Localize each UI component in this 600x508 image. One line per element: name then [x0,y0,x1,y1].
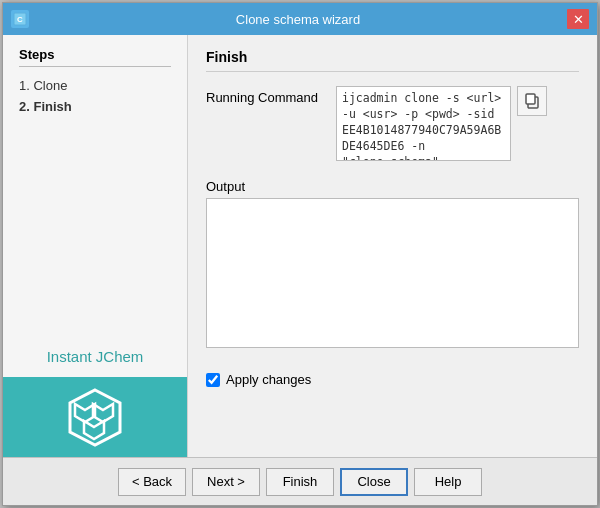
svg-marker-5 [84,421,104,439]
output-row: Output [206,175,579,348]
step-item-clone: 1. Clone [19,75,171,96]
command-box-wrapper [336,86,579,161]
step-item-finish: 2. Finish [19,96,171,117]
content-area: Steps 1. Clone 2. Finish Instant JChem [3,35,597,457]
window-title: Clone schema wizard [29,12,567,27]
sidebar: Steps 1. Clone 2. Finish Instant JChem [3,35,188,457]
output-label: Output [206,175,336,194]
wizard-window: C Clone schema wizard ✕ Steps 1. Clone 2… [2,2,598,506]
section-title: Finish [206,49,579,72]
next-button[interactable]: Next > [192,468,260,496]
close-footer-button[interactable]: Close [340,468,408,496]
svg-text:C: C [17,15,23,24]
running-command-label: Running Command [206,86,336,105]
footer: < Back Next > Finish Close Help [3,457,597,505]
hexagon-logo-icon [63,385,128,450]
apply-changes-label[interactable]: Apply changes [226,372,311,387]
close-button[interactable]: ✕ [567,9,589,29]
steps-panel: Steps 1. Clone 2. Finish [3,35,187,336]
steps-title: Steps [19,47,171,67]
finish-button[interactable]: Finish [266,468,334,496]
copy-button[interactable] [517,86,547,116]
main-panel: Finish Running Command Output [188,35,597,457]
apply-changes-checkbox[interactable] [206,373,220,387]
app-icon: C [11,10,29,28]
apply-changes-row: Apply changes [206,372,579,387]
brand-label: Instant JChem [3,336,187,377]
help-button[interactable]: Help [414,468,482,496]
titlebar: C Clone schema wizard ✕ [3,3,597,35]
running-command-textarea[interactable] [336,86,511,161]
copy-icon [524,93,540,109]
back-button[interactable]: < Back [118,468,186,496]
output-textarea[interactable] [206,198,579,348]
running-command-row: Running Command [206,86,579,161]
svg-rect-7 [526,94,535,104]
sidebar-logo [3,377,187,457]
